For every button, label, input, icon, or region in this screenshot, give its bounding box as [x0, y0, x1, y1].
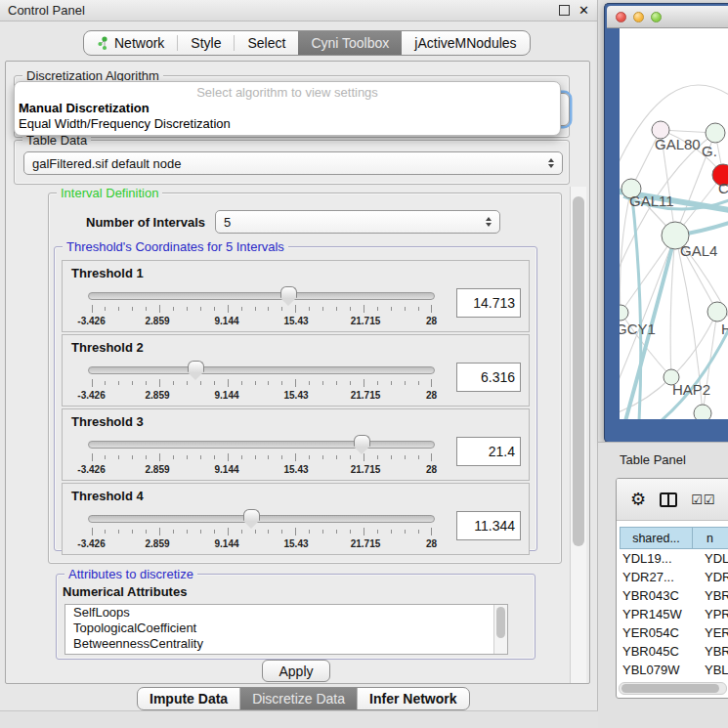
number-of-intervals-label: Number of Intervals — [86, 215, 205, 230]
slider-ticks — [88, 305, 435, 314]
network-graph: GAL80 G. GAL11 GAL4 C GCY1 H HAP2 — [620, 28, 728, 419]
minimize-traffic-light-icon[interactable] — [633, 12, 644, 22]
threshold-1-value-field[interactable]: 14.713 — [456, 288, 521, 318]
node-h — [707, 302, 727, 321]
tick-label: -3.426 — [77, 538, 105, 549]
table-horizontal-scrollbar[interactable] — [619, 682, 727, 695]
attributes-scrollbar-thumb[interactable] — [496, 607, 505, 638]
tick-label: 21.715 — [351, 390, 381, 401]
bottom-tabs: Impute Data Discretize Data Infer Networ… — [137, 687, 470, 710]
tab-infer-network[interactable]: Infer Network — [358, 688, 468, 709]
node-gcy1 — [620, 305, 628, 321]
tick-label: 9.144 — [214, 390, 238, 401]
tab-impute-data[interactable]: Impute Data — [138, 688, 239, 709]
threshold-panel-2: Threshold 2 -3.426 2.859 9.144 1 — [62, 334, 530, 407]
algorithm-option-manual[interactable]: Manual Discretization — [15, 101, 560, 116]
tick-label: 2.859 — [145, 316, 169, 326]
table-row[interactable]: YBL079WYBL0 — [620, 661, 728, 679]
table-data-combobox[interactable]: galFiltered.sif default node — [23, 151, 563, 175]
node-label: GCY1 — [620, 321, 656, 337]
slider-track[interactable] — [88, 441, 435, 449]
number-of-intervals-combobox[interactable]: 5 — [215, 210, 500, 234]
list-item[interactable]: SelfLoops — [65, 605, 507, 621]
slider-thumb[interactable] — [354, 435, 370, 447]
table-horizontal-scrollbar-thumb[interactable] — [621, 684, 719, 693]
settings-scrollbar[interactable] — [570, 187, 586, 683]
tab-discretize-data[interactable]: Discretize Data — [240, 688, 357, 709]
table-rows: YDL19...YDL1 YDR27...YDR2 YBR043CYBR0 YP… — [620, 549, 728, 682]
attributes-group-label: Attributes to discretize — [64, 567, 197, 581]
tick-label: 9.144 — [214, 464, 238, 475]
algorithm-popup-hint: Select algorithm to view settings — [15, 85, 560, 101]
tab-jactivemnodules[interactable]: jActiveMNodules — [402, 31, 529, 55]
algorithm-option-equal-width[interactable]: Equal Width/Frequency Discretization — [15, 116, 560, 132]
list-item[interactable]: TopologicalCoefficient — [65, 621, 507, 636]
table-row[interactable]: YBR043CYBR0 — [620, 586, 728, 605]
column-header-shared-name[interactable]: shared... — [620, 527, 693, 549]
node-label: GAL4 — [680, 242, 717, 259]
network-canvas[interactable]: GAL80 G. GAL11 GAL4 C GCY1 H HAP2 — [620, 28, 728, 419]
slider-ticks — [88, 453, 435, 462]
tab-cyni-toolbox[interactable]: Cyni Toolbox — [298, 31, 402, 55]
tick-label: -3.426 — [77, 464, 105, 475]
slider-track[interactable] — [88, 515, 435, 523]
tick-label: 2.859 — [145, 390, 169, 401]
gear-icon[interactable]: ⚙ — [630, 491, 646, 508]
threshold-4-value-field[interactable]: 11.344 — [456, 511, 521, 540]
number-of-intervals-value: 5 — [224, 215, 486, 230]
tick-label: 28 — [426, 316, 437, 326]
apply-button[interactable]: Apply — [262, 660, 330, 682]
float-window-icon[interactable] — [559, 5, 570, 16]
table-row[interactable]: YER054CYER0 — [620, 623, 728, 642]
threshold-2-slider[interactable]: -3.426 2.859 9.144 15.43 21.715 28 — [88, 363, 435, 402]
table-row[interactable]: YPR145WYPR1 — [620, 605, 728, 623]
slider-thumb[interactable] — [188, 361, 204, 372]
threshold-3-value-field[interactable]: 21.4 — [456, 437, 521, 466]
slider-thumb[interactable] — [280, 286, 297, 298]
zoom-traffic-light-icon[interactable] — [651, 12, 662, 22]
tick-label: 28 — [426, 464, 437, 475]
tab-select[interactable]: Select — [235, 31, 298, 55]
settings-scrollbar-thumb[interactable] — [573, 196, 584, 546]
close-icon[interactable]: ✕ — [578, 4, 589, 17]
threshold-1-label: Threshold 1 — [63, 261, 529, 282]
tick-label: 15.43 — [283, 464, 308, 475]
control-panel-tabs: Network Style Select Cyni Toolbox jActiv… — [83, 30, 531, 56]
algorithm-dropdown-popup: Select algorithm to view settings Manual… — [14, 81, 561, 136]
tick-label: 9.144 — [214, 316, 238, 326]
tick-label: 15.43 — [283, 390, 308, 401]
slider-track[interactable] — [88, 292, 435, 300]
list-item[interactable]: BetweennessCentrality — [65, 636, 507, 652]
tab-network[interactable]: Network — [84, 31, 177, 55]
checkboxes-icon[interactable]: ☑☑ — [691, 492, 715, 507]
numerical-attributes-label: Numerical Attributes — [63, 584, 187, 599]
slider-ticks — [88, 528, 435, 536]
threshold-panel-4: Threshold 4 -3.426 2.859 9.144 1 — [62, 483, 530, 555]
tab-style[interactable]: Style — [178, 31, 234, 55]
slider-track[interactable] — [88, 366, 435, 374]
close-traffic-light-icon[interactable] — [616, 12, 626, 22]
thresholds-group-label: Threshold's Coordinates for 5 Intervals — [63, 239, 288, 254]
threshold-4-slider[interactable]: -3.426 2.859 9.144 15.43 21.715 28 — [88, 511, 435, 550]
threshold-4-label: Threshold 4 — [63, 484, 529, 505]
threshold-1-slider[interactable]: -3.426 2.859 9.144 15.43 21.715 28 — [88, 288, 435, 327]
node-label: GAL11 — [629, 193, 674, 209]
slider-thumb[interactable] — [243, 509, 260, 521]
table-row[interactable]: YDR27...YDR2 — [620, 568, 728, 586]
threshold-2-value-field[interactable]: 6.316 — [456, 363, 521, 392]
control-panel-window: Control Panel ✕ Network Style Select Cyn… — [0, 0, 598, 711]
threshold-3-slider[interactable]: -3.426 2.859 9.144 15.43 21.715 28 — [88, 437, 435, 476]
split-columns-icon[interactable] — [660, 492, 677, 507]
node-partial-top-right — [706, 123, 725, 143]
tick-label: 21.715 — [351, 538, 381, 549]
attributes-group: Attributes to discretize Numerical Attri… — [56, 574, 535, 660]
tick-label: 15.43 — [283, 538, 308, 549]
attributes-scrollbar[interactable] — [493, 605, 507, 654]
tick-label: 28 — [426, 390, 437, 401]
threshold-3-label: Threshold 3 — [63, 409, 529, 431]
column-header-name[interactable]: n — [693, 527, 728, 549]
table-row[interactable]: YBR045CYBR0 — [620, 642, 728, 661]
numerical-attributes-list[interactable]: SelfLoops TopologicalCoefficient Between… — [64, 604, 508, 655]
window-title: Control Panel — [8, 3, 559, 18]
table-row[interactable]: YDL19...YDL1 — [620, 549, 728, 568]
